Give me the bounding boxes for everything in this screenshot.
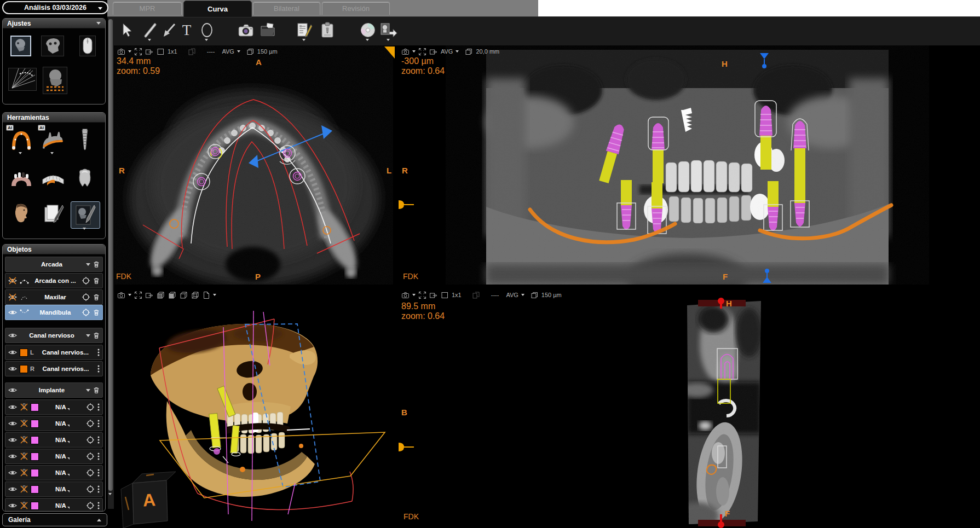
orientation-cube-letter[interactable]: A [142, 490, 156, 510]
color-swatch[interactable] [20, 365, 28, 373]
crosshair-icon[interactable] [86, 452, 95, 461]
galeria-bar[interactable]: Galería [2, 513, 107, 526]
export-data-button[interactable] [379, 21, 398, 39]
eye-icon[interactable] [8, 348, 18, 357]
tool-implant[interactable] [71, 127, 99, 153]
slab-thickness-label[interactable]: 150 µm [541, 292, 562, 298]
kebab-menu-icon[interactable] [97, 403, 100, 411]
crosshair-icon[interactable] [86, 419, 95, 428]
preset-scout-thumbnail[interactable] [10, 36, 31, 56]
implant-crossed-icon[interactable] [20, 468, 28, 477]
snapshot-caret[interactable] [128, 294, 131, 296]
ellipse-tool-button[interactable] [198, 21, 216, 39]
window-level-label[interactable]: ---- [207, 48, 215, 55]
implant-crossed-icon[interactable] [20, 485, 28, 494]
implant-crossed-icon[interactable] [20, 403, 28, 411]
eye-icon[interactable] [8, 436, 18, 444]
viewport-cross-section[interactable]: 1x1 ---- AVG 150 µm 89.5 mm zoom: 0.64 H… [399, 289, 980, 528]
color-swatch[interactable] [31, 420, 39, 428]
object-row-implant[interactable]: N/A [5, 498, 103, 512]
analysis-dropdown[interactable]: Análisis 03/03/2026 [2, 1, 108, 14]
kebab-menu-icon[interactable] [97, 485, 100, 494]
tool-ai-arch-caret[interactable] [19, 154, 22, 164]
snapshot-caret[interactable] [128, 50, 131, 53]
implant-crossed-icon[interactable] [20, 436, 28, 444]
color-swatch[interactable] [31, 452, 39, 461]
text-tool-button[interactable]: T [177, 21, 196, 39]
open-folder-button[interactable] [258, 21, 277, 39]
snapshot-icon[interactable] [117, 291, 125, 299]
snapshot-button[interactable] [237, 21, 255, 39]
export-disc-button[interactable] [359, 21, 377, 39]
clip-plane-icon[interactable] [203, 291, 210, 299]
slab-thickness-label[interactable]: 20,0 mm [476, 48, 499, 55]
kebab-menu-icon[interactable] [97, 468, 100, 477]
crosshair-icon[interactable] [82, 308, 90, 317]
eye-crossed-icon[interactable] [8, 293, 18, 301]
object-row-mandibula[interactable]: Mandíbula [5, 305, 103, 320]
object-row-implant[interactable]: N/A [5, 399, 103, 415]
object-row-implant[interactable]: N/A [5, 465, 103, 480]
color-swatch[interactable] [31, 485, 39, 494]
panel-herramientas-header[interactable]: Herramientas [3, 113, 105, 123]
kebab-menu-icon[interactable] [97, 452, 100, 461]
cursor-tool-button[interactable] [117, 21, 136, 39]
crosshair-icon[interactable] [82, 293, 90, 301]
chevron-down-icon[interactable] [86, 389, 90, 392]
fullscreen-icon[interactable] [418, 291, 426, 299]
object-row-implant[interactable]: N/A [5, 449, 103, 464]
color-swatch[interactable] [31, 502, 39, 510]
grid-layout-label[interactable]: 1x1 [168, 48, 177, 55]
kebab-menu-icon[interactable] [97, 436, 100, 444]
crosshair-icon[interactable] [86, 501, 95, 510]
eye-icon[interactable] [8, 485, 18, 494]
eye-crossed-icon[interactable] [8, 276, 18, 285]
eye-icon[interactable] [8, 501, 18, 510]
render-mode-transparent-icon[interactable] [180, 291, 188, 299]
tool-ai-mandible-curve[interactable]: AI [39, 127, 67, 153]
send-view-icon[interactable] [145, 48, 154, 56]
trash-icon[interactable] [93, 260, 100, 269]
trash-icon[interactable] [93, 308, 100, 317]
implant-crossed-icon[interactable] [20, 501, 28, 510]
implant-crossed-icon[interactable] [20, 452, 28, 461]
tool-face-photo[interactable] [7, 201, 36, 228]
trash-icon[interactable] [93, 331, 100, 340]
tool-notes[interactable] [39, 201, 67, 228]
group-row-arcada[interactable]: Arcada [5, 257, 103, 272]
group-row-canal-nervioso[interactable]: Canal nervioso [5, 328, 103, 343]
arrow-tool-button[interactable] [159, 21, 178, 39]
color-swatch[interactable] [31, 436, 39, 444]
xray-projection-thumbnail[interactable] [8, 68, 37, 91]
kebab-menu-icon[interactable] [97, 348, 100, 357]
volume-render-image[interactable] [114, 289, 393, 528]
eye-icon[interactable] [8, 419, 18, 428]
panel-ajustes-header[interactable]: Ajustes [3, 19, 105, 28]
object-row-arcada-con[interactable]: Arcada con ... [5, 273, 103, 288]
slab-thickness-icon[interactable] [465, 48, 473, 56]
send-view-icon[interactable] [429, 291, 438, 299]
render-mode-shaded-icon[interactable] [168, 291, 177, 299]
eye-icon[interactable] [8, 468, 18, 477]
projection-mode-caret[interactable] [237, 50, 240, 53]
eye-icon[interactable] [8, 308, 18, 317]
snapshot-icon[interactable] [401, 291, 410, 299]
snapshot-icon[interactable] [117, 48, 125, 56]
kebab-menu-icon[interactable] [97, 501, 100, 510]
projection-mode-label[interactable]: AVG [441, 48, 453, 55]
trash-icon[interactable] [93, 276, 100, 285]
trash-icon[interactable] [93, 386, 100, 394]
cross-section-image[interactable] [399, 289, 980, 528]
projection-mode-label[interactable]: AVG [506, 292, 518, 298]
fullscreen-icon[interactable] [418, 48, 426, 56]
snapshot-caret[interactable] [412, 50, 416, 53]
preset-volume-thumbnail[interactable] [41, 36, 64, 56]
tab-mpr[interactable]: MPR [113, 2, 182, 15]
eye-icon[interactable] [8, 452, 18, 461]
snapshot-icon[interactable] [401, 48, 410, 56]
crosshair-icon[interactable] [86, 485, 95, 494]
layout-frame-icon[interactable] [441, 291, 449, 299]
trash-icon[interactable] [93, 293, 100, 301]
eye-icon[interactable] [8, 331, 18, 340]
mouse-settings-thumbnail[interactable] [79, 36, 96, 56]
